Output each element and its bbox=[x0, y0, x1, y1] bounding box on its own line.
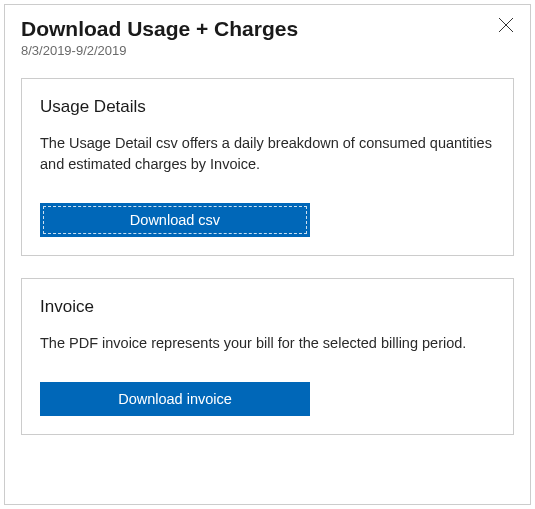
invoice-description: The PDF invoice represents your bill for… bbox=[40, 333, 495, 354]
close-icon bbox=[498, 17, 514, 33]
panel-title: Download Usage + Charges bbox=[21, 15, 514, 42]
usage-details-description: The Usage Detail csv offers a daily brea… bbox=[40, 133, 495, 175]
usage-details-card: Usage Details The Usage Detail csv offer… bbox=[21, 78, 514, 256]
invoice-card: Invoice The PDF invoice represents your … bbox=[21, 278, 514, 435]
download-invoice-button[interactable]: Download invoice bbox=[40, 382, 310, 416]
close-button[interactable] bbox=[496, 15, 516, 35]
usage-details-title: Usage Details bbox=[40, 97, 495, 117]
download-csv-button[interactable]: Download csv bbox=[40, 203, 310, 237]
download-usage-charges-panel: Download Usage + Charges 8/3/2019-9/2/20… bbox=[4, 4, 531, 505]
panel-header: Download Usage + Charges 8/3/2019-9/2/20… bbox=[21, 15, 514, 58]
date-range: 8/3/2019-9/2/2019 bbox=[21, 43, 514, 58]
invoice-title: Invoice bbox=[40, 297, 495, 317]
